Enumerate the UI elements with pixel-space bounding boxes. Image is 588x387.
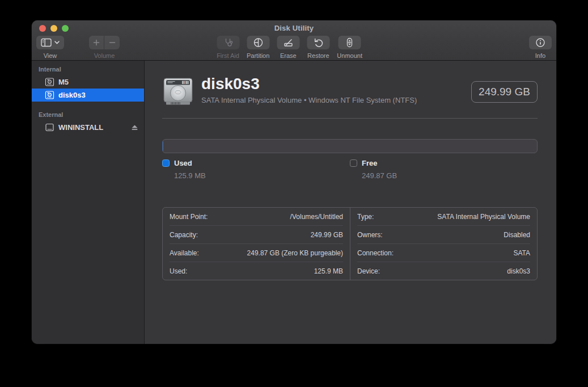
row-value: 125.9 MB xyxy=(314,267,343,275)
toolbar-unmount-label: Unmount xyxy=(337,52,362,59)
used-value: 125.9 MB xyxy=(174,171,350,180)
table-row: Connection: SATA xyxy=(357,244,530,262)
disk-utility-window: Disk Utility xyxy=(32,20,556,344)
restore-button[interactable] xyxy=(307,36,329,49)
toolbar-erase: Erase xyxy=(277,36,299,59)
volume-segmented-control xyxy=(89,36,120,49)
sidebar-section-internal: Internal xyxy=(32,65,144,75)
table-row: Device: disk0s3 xyxy=(357,262,530,280)
legend-used: Used 125.9 MB xyxy=(162,159,350,180)
table-row: Owners: Disabled xyxy=(357,226,530,244)
free-label: Free xyxy=(362,159,377,167)
usage-bar xyxy=(162,139,538,153)
remove-volume-button[interactable] xyxy=(104,36,120,49)
toolbar-restore-label: Restore xyxy=(307,52,329,59)
stethoscope-icon xyxy=(223,37,233,48)
sidebar-item-m5[interactable]: M5 xyxy=(32,75,144,89)
toolbar-partition-label: Partition xyxy=(247,52,269,59)
sidebar: Internal M5 xyxy=(32,61,145,344)
toolbar-unmount: Unmount xyxy=(337,36,362,59)
eject-icon xyxy=(131,124,138,131)
toolbar-partition: Partition xyxy=(247,36,269,59)
used-label: Used xyxy=(174,159,192,167)
unmount-button[interactable] xyxy=(339,36,361,49)
row-value: 249.99 GB xyxy=(311,231,343,239)
external-volume-icon xyxy=(45,123,54,132)
row-label: Device: xyxy=(357,267,380,275)
volume-title-block: disk0s3 SATA Internal Physical Volume • … xyxy=(201,75,417,104)
row-value: SATA Internal Physical Volume xyxy=(437,213,530,221)
legend-free: Free 249.87 GB xyxy=(350,159,538,180)
row-value: /Volumes/Untitled xyxy=(290,213,343,221)
toolbar-info: Info xyxy=(529,36,552,59)
plus-icon xyxy=(93,39,100,46)
toolbar-erase-label: Erase xyxy=(280,52,297,59)
toolbar-volume-label: Volume xyxy=(94,52,115,59)
erase-pencil-icon xyxy=(283,37,293,48)
sidebar-item-label: WININSTALL xyxy=(58,123,103,132)
eject-button[interactable] xyxy=(131,124,138,131)
row-label: Used: xyxy=(170,267,187,275)
partition-pie-icon xyxy=(253,37,263,48)
info-button[interactable] xyxy=(529,36,552,49)
row-value: SATA xyxy=(513,249,530,257)
details-left-column: Mount Point: /Volumes/Untitled Capacity:… xyxy=(163,208,350,280)
row-label: Type: xyxy=(357,213,374,221)
row-label: Capacity: xyxy=(170,231,198,239)
table-row: Type: SATA Internal Physical Volume xyxy=(357,208,530,226)
table-row: Available: 249.87 GB (Zero KB purgeable) xyxy=(170,244,343,262)
row-label: Connection: xyxy=(357,249,394,257)
free-swatch xyxy=(350,159,357,167)
toolbar-restore: Restore xyxy=(307,36,329,59)
minus-icon xyxy=(109,39,116,46)
toolbar-first-aid: First Aid xyxy=(217,36,239,59)
usage-legend: Used 125.9 MB Free 249.87 GB xyxy=(162,159,538,180)
toolbar-view-label: View xyxy=(44,52,57,59)
internal-disk-icon xyxy=(45,90,54,100)
toolbar-first-aid-label: First Aid xyxy=(217,52,239,59)
erase-button[interactable] xyxy=(277,36,299,49)
window-body: Internal M5 xyxy=(32,61,556,344)
sidebar-item-label: disk0s3 xyxy=(58,91,86,99)
sidebar-item-wininstall[interactable]: WININSTALL xyxy=(32,121,144,134)
row-value: Disabled xyxy=(504,231,530,239)
row-label: Mount Point: xyxy=(170,213,208,221)
table-row: Capacity: 249.99 GB xyxy=(170,226,343,244)
header-divider xyxy=(162,118,538,119)
volume-header: disk0s3 SATA Internal Physical Volume • … xyxy=(162,75,538,107)
used-swatch xyxy=(162,159,170,167)
toolbar-volume: Volume xyxy=(89,36,120,59)
view-button[interactable] xyxy=(36,36,64,49)
row-label: Available: xyxy=(170,249,199,257)
volume-name: disk0s3 xyxy=(201,75,417,92)
capacity-badge: 249.99 GB xyxy=(471,81,538,103)
add-volume-button[interactable] xyxy=(89,36,104,49)
table-row: Used: 125.9 MB xyxy=(170,262,343,280)
sidebar-section-external: External xyxy=(32,111,144,121)
toolbar-view: View xyxy=(36,36,64,59)
chevron-down-icon xyxy=(54,41,60,44)
partition-button[interactable] xyxy=(247,36,269,49)
window-title: Disk Utility xyxy=(32,24,556,32)
first-aid-button[interactable] xyxy=(217,36,239,49)
unmount-eject-icon xyxy=(345,37,355,48)
row-value: 249.87 GB (Zero KB purgeable) xyxy=(247,249,343,257)
titlebar[interactable]: Disk Utility xyxy=(32,20,556,61)
hard-drive-icon xyxy=(162,75,194,107)
row-label: Owners: xyxy=(357,231,383,239)
row-value: disk0s3 xyxy=(507,267,530,275)
sidebar-panel-icon xyxy=(41,38,52,47)
toolbar-center-group: First Aid Partition xyxy=(217,36,362,59)
details-right-column: Type: SATA Internal Physical Volume Owne… xyxy=(350,208,537,280)
internal-disk-icon xyxy=(45,77,54,87)
sidebar-item-label: M5 xyxy=(58,78,69,86)
restore-arrow-icon xyxy=(313,37,323,48)
table-row: Mount Point: /Volumes/Untitled xyxy=(170,208,343,226)
info-icon xyxy=(535,37,545,48)
main-pane: disk0s3 SATA Internal Physical Volume • … xyxy=(145,61,556,344)
desktop-background: Disk Utility xyxy=(0,0,588,387)
toolbar-info-label: Info xyxy=(535,52,545,59)
details-table: Mount Point: /Volumes/Untitled Capacity:… xyxy=(162,207,538,280)
volume-subtitle: SATA Internal Physical Volume • Windows … xyxy=(201,96,417,104)
sidebar-item-disk0s3[interactable]: disk0s3 xyxy=(32,89,144,102)
